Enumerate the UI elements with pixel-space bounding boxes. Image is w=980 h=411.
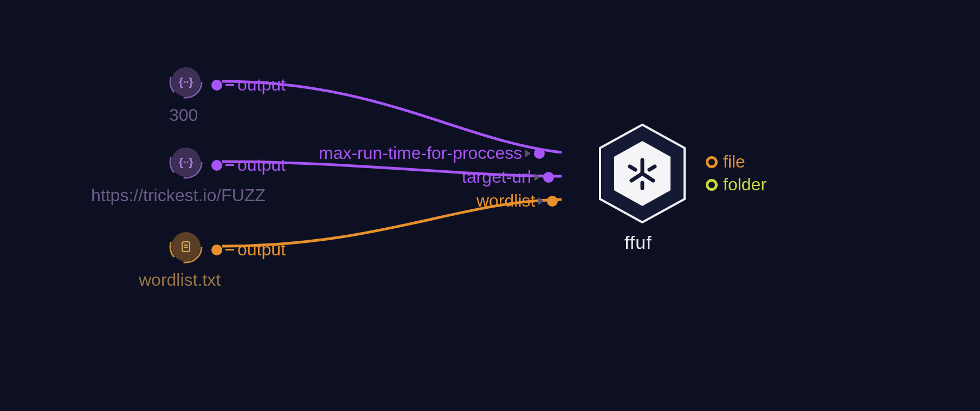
ring-icon [706, 179, 718, 191]
output-port-file[interactable]: file [706, 152, 745, 172]
tool-title: ffuf [624, 232, 652, 253]
svg-point-2 [170, 231, 202, 262]
node-label-300: 300 [169, 105, 198, 125]
hexagon-icon [596, 122, 688, 225]
port-dot-icon [543, 172, 554, 183]
ring-icon [706, 156, 718, 168]
port-label: output [237, 155, 286, 175]
chevron-right-icon [525, 150, 531, 157]
port-label: target-url [462, 167, 531, 187]
input-node-wordlist[interactable] [171, 232, 201, 261]
node-ring-icon [169, 65, 203, 99]
tool-node-ffuf[interactable] [596, 122, 688, 225]
port-dot-icon [547, 196, 558, 207]
chevron-right-icon [534, 174, 540, 181]
output-port-wordlist[interactable]: output [211, 240, 286, 260]
port-label: output [237, 240, 286, 260]
input-port-wordlist[interactable]: wordlist [476, 191, 558, 211]
output-label: file [723, 152, 745, 172]
port-dot-icon [211, 160, 222, 171]
port-label: wordlist [476, 191, 535, 211]
input-port-maxruntime[interactable]: max-run-time-for-proccess [319, 143, 545, 163]
output-port-url[interactable]: output [211, 155, 286, 175]
input-node-300[interactable]: {··} [171, 67, 201, 97]
port-tick-icon [225, 84, 234, 86]
port-dot-icon [211, 245, 222, 255]
port-dot-icon [211, 80, 222, 91]
port-label: output [237, 75, 286, 95]
output-port-300[interactable]: output [211, 75, 286, 95]
input-node-url[interactable]: {··} [171, 147, 201, 177]
node-ring-icon [169, 145, 203, 179]
workflow-canvas[interactable]: {··} 300 output {··} https://trickest.io… [0, 0, 980, 411]
svg-point-1 [170, 146, 202, 178]
port-tick-icon [225, 249, 234, 251]
port-dot-icon [534, 148, 545, 159]
port-label: max-run-time-for-proccess [319, 143, 522, 163]
svg-point-0 [170, 66, 202, 98]
chevron-right-icon [538, 197, 544, 205]
node-label-wordlist: wordlist.txt [139, 270, 221, 290]
port-tick-icon [225, 164, 234, 166]
node-label-url: https://trickest.io/FUZZ [91, 185, 266, 206]
node-ring-icon [169, 230, 203, 264]
output-label: folder [723, 175, 766, 195]
input-port-targeturl[interactable]: target-url [462, 167, 554, 187]
output-port-folder[interactable]: folder [706, 175, 766, 195]
